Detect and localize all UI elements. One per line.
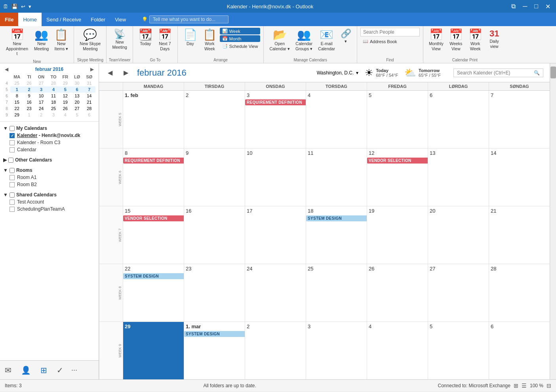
mini-cal-day[interactable]: 15 xyxy=(10,99,23,105)
cal-cell-mar2[interactable]: 2 xyxy=(245,322,306,379)
mini-cal-day[interactable]: 1 xyxy=(23,112,35,118)
cal-cell-feb24[interactable]: 24 xyxy=(245,264,306,322)
scheduling-plan-team-a-item[interactable]: SchedulingPlanTeamA xyxy=(3,206,95,213)
event-system-design-w8[interactable]: SYSTEM DESIGN xyxy=(123,273,184,279)
test-account-check[interactable] xyxy=(10,200,15,205)
email-calendar-btn[interactable]: 📧 E-mailCalendar xyxy=(316,28,337,53)
mini-cal-day[interactable]: 29 xyxy=(59,80,71,86)
tell-me-input[interactable] xyxy=(149,15,228,23)
cal-cell-feb23[interactable]: 23 xyxy=(184,264,245,322)
nav-calendar-btn[interactable]: ⊞ xyxy=(39,364,49,377)
quick-access-save[interactable]: 💾 xyxy=(11,4,18,10)
nav-more-btn[interactable]: ··· xyxy=(71,366,77,374)
mini-cal-day[interactable]: 4 xyxy=(48,86,59,93)
mini-cal-day[interactable]: 28 xyxy=(83,105,95,112)
today-btn[interactable]: 📆 Today xyxy=(136,28,155,48)
shared-calendars-checkbox[interactable] xyxy=(10,192,15,198)
event-req-def-w5[interactable]: REQUIREMENT DEFINITION xyxy=(245,99,306,105)
mini-cal-day[interactable]: 3 xyxy=(35,86,48,93)
mini-cal-day[interactable]: 27 xyxy=(71,105,83,112)
calendar-groups-btn[interactable]: 👥 CalendarGroups ▾ xyxy=(293,28,315,53)
cal-cell-feb14[interactable]: 14 xyxy=(489,148,550,206)
cal-cell-feb12[interactable]: 12 VENDOR SELECTION xyxy=(367,148,428,206)
cal-next-btn[interactable]: ▶ xyxy=(121,68,131,77)
menu-file[interactable]: File xyxy=(0,13,18,26)
cal-cell-feb25[interactable]: 25 xyxy=(306,264,367,322)
mini-cal-day[interactable]: 4 xyxy=(59,112,71,118)
other-calendars-header[interactable]: ▶ Other Calendars xyxy=(3,156,95,164)
mini-cal-prev[interactable]: ◀ xyxy=(3,67,10,72)
cal-cell-feb22[interactable]: 22 SYSTEM DESIGN xyxy=(123,264,184,322)
mini-cal-day[interactable]: 6 xyxy=(71,86,83,93)
room-b2-check[interactable] xyxy=(10,182,15,187)
other-calendars-checkbox[interactable] xyxy=(8,158,13,163)
kalender-room-c3-check[interactable] xyxy=(10,140,15,145)
work-week-view-btn[interactable]: 📋 WorkWeek xyxy=(200,28,219,53)
cal-cell-feb21[interactable]: 21 xyxy=(489,206,550,264)
cal-cell-feb2[interactable]: 2 xyxy=(184,91,245,148)
mini-cal-day[interactable]: 28 xyxy=(48,80,59,86)
address-book-btn[interactable]: 📖 Address Book xyxy=(360,38,399,45)
mini-cal-day[interactable]: 13 xyxy=(71,93,83,99)
rooms-header[interactable]: ▼ Rooms xyxy=(3,167,95,174)
mini-cal-day[interactable]: 24 xyxy=(35,105,48,112)
mini-cal-day[interactable]: 27 xyxy=(35,80,48,86)
calendar-en-check[interactable] xyxy=(10,147,15,152)
cal-cell-feb6[interactable]: 6 xyxy=(428,91,489,148)
schedule-view-btn[interactable]: 📑 Schedule View xyxy=(220,43,261,49)
menu-send-receive[interactable]: Send / Receive xyxy=(42,13,86,26)
cal-cell-feb29[interactable]: 29 xyxy=(123,322,184,379)
mini-cal-day[interactable]: 19 xyxy=(59,99,71,105)
room-b2-item[interactable]: Room B2 xyxy=(3,181,95,188)
mini-cal-day[interactable]: 26 xyxy=(59,105,71,112)
test-account-item[interactable]: Test Account xyxy=(3,198,95,206)
new-appointment-btn[interactable]: 📅 NewAppointment xyxy=(3,28,31,58)
mini-cal-day[interactable]: 23 xyxy=(23,105,35,112)
cal-cell-feb18[interactable]: 18 SYSTEM DESIGN xyxy=(306,206,367,264)
event-system-design-w9[interactable]: SYSTEM DESIGN xyxy=(184,331,245,337)
month-view-btn[interactable]: 📅 Month xyxy=(220,35,261,42)
close-btn[interactable]: ✕ xyxy=(543,3,553,10)
share-calendar-btn[interactable]: 🔗 ▾ xyxy=(338,28,354,46)
mini-cal-day[interactable]: 1 xyxy=(10,86,23,93)
event-req-def-w6[interactable]: REQUIREMENT DEFINITION xyxy=(123,158,184,164)
cal-cell-mar1[interactable]: 1. mar SYSTEM DESIGN xyxy=(184,322,245,379)
mini-cal-day[interactable]: 11 xyxy=(48,93,59,99)
mini-cal-day[interactable]: 8 xyxy=(10,93,23,99)
kalender-main-item[interactable]: ✓ Kalender - Henrik@novix.dk xyxy=(3,132,95,139)
cal-cell-feb5[interactable]: 5 xyxy=(367,91,428,148)
teamviewer-meeting-btn[interactable]: 📡 NewMeeting xyxy=(110,28,129,51)
minimize-btn[interactable]: ─ xyxy=(520,3,529,10)
cal-cell-feb28[interactable]: 28 xyxy=(489,264,550,322)
event-system-design-w7[interactable]: SYSTEM DESIGN xyxy=(306,215,367,221)
kalender-room-c3-item[interactable]: Kalender - Room C3 xyxy=(3,139,95,146)
rooms-checkbox[interactable] xyxy=(10,168,15,173)
maximize-btn[interactable]: □ xyxy=(532,3,541,10)
location-dropdown-icon[interactable]: ▾ xyxy=(356,70,358,76)
cal-cell-feb26[interactable]: 26 xyxy=(367,264,428,322)
mini-cal-day[interactable]: 16 xyxy=(23,99,35,105)
mini-cal-day[interactable]: 2 xyxy=(35,112,48,118)
mini-cal-day[interactable]: 20 xyxy=(71,99,83,105)
mini-cal-day[interactable]: 22 xyxy=(10,105,23,112)
mini-cal-day[interactable]: 2 xyxy=(23,86,35,93)
mini-cal-day[interactable]: 25 xyxy=(48,105,59,112)
mini-cal-day[interactable]: 7 xyxy=(83,86,95,93)
shared-calendars-header[interactable]: ▼ Shared Calendars xyxy=(3,191,95,198)
cal-cell-feb1[interactable]: 1. feb xyxy=(123,91,184,148)
cal-cell-feb16[interactable]: 16 xyxy=(184,206,245,264)
next-7-days-btn[interactable]: 📅 Next 7Days xyxy=(156,28,174,53)
zoom-slider[interactable]: ⊟ xyxy=(546,382,551,389)
new-meeting-btn[interactable]: 👥 NewMeeting xyxy=(32,28,51,53)
cal-cell-feb9[interactable]: 9 xyxy=(184,148,245,206)
cal-cell-feb10[interactable]: 10 xyxy=(245,148,306,206)
week-view-btn[interactable]: 📊 Week xyxy=(220,28,261,34)
work-week-print-btn[interactable]: 📅 WorkWeek xyxy=(466,28,485,53)
room-a1-item[interactable]: Room A1 xyxy=(3,174,95,181)
mini-cal-day[interactable]: 12 xyxy=(59,93,71,99)
kalender-main-check[interactable]: ✓ xyxy=(10,133,15,138)
calendar-scrollbar[interactable] xyxy=(550,63,556,379)
mini-cal-day[interactable]: 17 xyxy=(35,99,48,105)
weeks-view-btn[interactable]: 📅 WeeksView xyxy=(447,28,465,53)
open-calendar-btn[interactable]: 📂 OpenCalendar ▾ xyxy=(267,28,292,53)
